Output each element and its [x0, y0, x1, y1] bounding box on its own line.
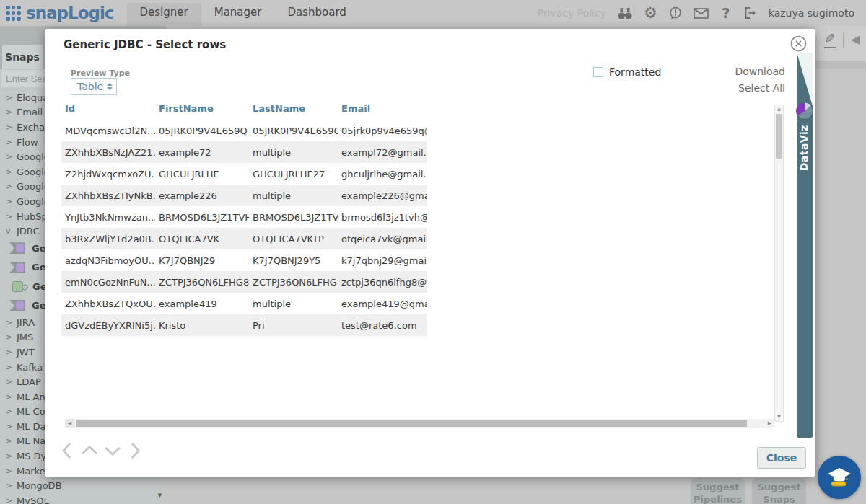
- chevron-collapsed-icon: >: [6, 332, 17, 342]
- edit-pencil-icon[interactable]: ✎: [824, 31, 836, 48]
- cell-email: test@rate6.com: [338, 320, 427, 331]
- horizontal-scroll-thumb[interactable]: [76, 420, 747, 427]
- cell-lastname: OTQEICA7VKTP: [249, 234, 338, 244]
- column-lastname[interactable]: LastName: [249, 103, 338, 114]
- nav-next-icon[interactable]: [126, 441, 143, 460]
- chevron-collapsed-icon: >: [6, 392, 17, 402]
- cell-email: zctpj36qn6lfhg8@...: [338, 277, 427, 288]
- binoculars-icon[interactable]: [617, 7, 633, 19]
- cell-firstname: example72: [155, 147, 249, 158]
- table-row[interactable]: ZXhhbXBsZTQxOU...example419multipleexamp…: [61, 293, 427, 314]
- horizontal-scrollbar[interactable]: ◀ ▶: [65, 419, 774, 428]
- table-row[interactable]: dGVzdEByYXRlNi5j...KristoPritest@rate6.c…: [61, 314, 427, 336]
- app-header: snapLogic Designer Manager Dashboard Pri…: [0, 0, 866, 26]
- collapse-panel-icon[interactable]: ◀: [851, 32, 860, 46]
- cell-firstname: GHCULJRLHE: [155, 169, 249, 180]
- feedback-icon[interactable]: [668, 6, 683, 20]
- logo-text: snapLogic: [26, 4, 114, 22]
- download-link[interactable]: Download: [735, 66, 785, 77]
- suggest-snaps-button[interactable]: Suggest Snaps: [752, 478, 806, 504]
- scroll-up-icon[interactable]: ▲: [775, 106, 783, 112]
- select-all-link[interactable]: Select All: [738, 82, 785, 94]
- header-right: Privacy Policy ⚙ ? kazuya sugimoto: [538, 5, 854, 21]
- suggest-pipelines-button[interactable]: Suggest Pipelines: [691, 478, 745, 504]
- tab-snaps[interactable]: Snaps: [2, 45, 43, 69]
- chevron-expanded-icon: v: [6, 226, 17, 236]
- table-row[interactable]: b3RxZWljYTd2a0B...OTQEICA7VKOTQEICA7VKTP…: [61, 228, 427, 249]
- nav-down-icon[interactable]: [102, 441, 123, 460]
- tab-manager[interactable]: Manager: [201, 0, 275, 26]
- tab-dashboard[interactable]: Dashboard: [274, 0, 359, 26]
- sidebar-item-label: Ge: [32, 243, 46, 254]
- table-row[interactable]: MDVqcmswcDl2N...05JRK0P9V4E659Q05JRK0P9V…: [61, 120, 427, 141]
- chevron-collapsed-icon: >: [6, 348, 17, 357]
- sidebar-item-label: JDBC: [17, 226, 40, 236]
- chevron-collapsed-icon: >: [6, 212, 17, 221]
- learning-bubble-button[interactable]: [818, 456, 861, 499]
- table-row[interactable]: azdqN3FibmoyOU...K7J7QBNJ29K7J7QBNJ29Y5k…: [61, 249, 427, 271]
- cell-email: brmosd6l3jz1tvh@...: [338, 212, 427, 223]
- table-header: Id FirstName LastName Email: [61, 103, 427, 114]
- toolbar-divider: [843, 32, 844, 48]
- sidebar-item-label: Eloqua: [17, 92, 48, 103]
- close-button[interactable]: Close: [757, 447, 806, 469]
- cell-id: Z2hjdWxqcmxoZU...: [61, 169, 155, 180]
- preview-type-label: Preview Type: [71, 68, 130, 78]
- cell-email: ghculjrlhe@gmail....: [338, 169, 427, 180]
- sidebar-item-mysql[interactable]: >MySQL: [0, 493, 166, 504]
- cell-email: example419@gma...: [338, 299, 427, 309]
- cell-firstname: ZCTPJ36QN6LFHG8: [155, 277, 249, 288]
- column-email[interactable]: Email: [338, 103, 427, 114]
- table-row[interactable]: Z2hjdWxqcmxoZU...GHCULJRLHEGHCULJRLHE27g…: [61, 163, 427, 185]
- cell-lastname: K7J7QBNJ29Y5: [249, 255, 338, 266]
- help-icon[interactable]: ?: [720, 5, 732, 21]
- nav-prev-icon[interactable]: [59, 441, 76, 460]
- table-row[interactable]: YnJtb3NkNmwzan...BRMOSD6L3JZ1TVHBRMOSD6L…: [61, 206, 427, 228]
- sidebar-item-mongodb[interactable]: >MongoDB: [0, 478, 166, 493]
- chevron-collapsed-icon: >: [6, 407, 17, 416]
- cell-id: ZXhhbXBsZTIyNkB...: [61, 190, 155, 201]
- cell-id: emN0cGozNnFuN...: [61, 277, 155, 288]
- chevron-collapsed-icon: >: [6, 152, 17, 162]
- dataviz-label: DataViz: [798, 125, 810, 171]
- pie-chart-icon: [795, 102, 814, 123]
- table-row[interactable]: emN0cGozNnFuN...ZCTPJ36QN6LFHG8ZCTPJ36QN…: [61, 271, 427, 293]
- sidebar-item-label: JIRA: [17, 317, 35, 328]
- column-firstname[interactable]: FirstName: [155, 103, 249, 114]
- close-icon[interactable]: [790, 35, 807, 52]
- logout-icon[interactable]: [743, 6, 758, 19]
- canvas-strip: [815, 61, 866, 69]
- cell-email: 05jrk0p9v4e659q@...: [338, 125, 427, 136]
- table-row[interactable]: ZXhhbXBsNzJAZ21...example72multipleexamp…: [61, 141, 427, 163]
- column-id[interactable]: Id: [61, 103, 155, 114]
- preview-type-select[interactable]: Table: [71, 78, 117, 95]
- sidebar-item-label: Email: [17, 107, 43, 118]
- tab-designer[interactable]: Designer: [127, 3, 201, 26]
- scroll-right-icon[interactable]: ▶: [765, 419, 774, 428]
- scroll-down-icon[interactable]: ▼: [775, 414, 783, 420]
- scroll-left-icon[interactable]: ◀: [65, 419, 74, 428]
- header-tabs: Designer Manager Dashboard: [127, 0, 359, 26]
- app: snapLogic Designer Manager Dashboard Pri…: [0, 0, 866, 504]
- gear-icon[interactable]: ⚙: [644, 6, 657, 19]
- sidebar-item-label: Kafka: [17, 362, 43, 373]
- cell-firstname: Kristo: [155, 320, 249, 331]
- table-row[interactable]: ZXhhbXBsZTIyNkB...example226multipleexam…: [61, 185, 427, 206]
- nav-up-icon[interactable]: [79, 441, 100, 460]
- dataviz-tab[interactable]: DataViz: [797, 53, 813, 438]
- table-body: MDVqcmswcDl2N...05JRK0P9V4E659Q05JRK0P9V…: [61, 120, 427, 336]
- vertical-scrollbar[interactable]: ▲ ▼: [774, 105, 784, 422]
- snaplogic-logo: snapLogic: [6, 4, 114, 22]
- cell-firstname: example419: [155, 299, 249, 309]
- chevron-collapsed-icon: >: [6, 436, 17, 446]
- preview-nav: [59, 441, 143, 460]
- cell-firstname: K7J7QBNJ29: [155, 255, 249, 266]
- formatted-checkbox[interactable]: [593, 67, 603, 77]
- vertical-scroll-thumb[interactable]: [776, 114, 782, 159]
- privacy-policy-link[interactable]: Privacy Policy: [538, 7, 606, 19]
- cell-lastname: GHCULJRLHE27: [249, 169, 338, 180]
- mail-icon[interactable]: [694, 8, 709, 19]
- sidebar-item-label: Flow: [17, 137, 38, 148]
- chevron-collapsed-icon: >: [6, 318, 17, 327]
- sidebar-expand-caret-icon[interactable]: ▾: [157, 490, 162, 500]
